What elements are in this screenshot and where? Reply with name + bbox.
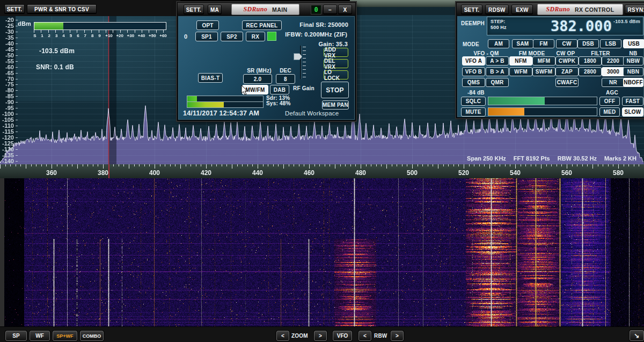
mode-button-usb[interactable]: USB <box>623 39 644 48</box>
mode-button-sam[interactable]: SAM <box>512 39 533 48</box>
main-titlebar[interactable]: SETT. MA SDRuno MAIN 0 – X <box>178 3 355 16</box>
mode-button-cw[interactable]: CW <box>556 39 577 48</box>
section-header-vfo-qm: VFO - QM <box>473 50 499 56</box>
deemph-label: DEEMPH <box>461 20 485 26</box>
corner-arrow-button[interactable]: ↘ <box>630 330 644 341</box>
span-info-line: Span 250 KHzFFT 8192 PtsRBW 30.52 HzMark… <box>467 155 636 162</box>
qms-button[interactable]: QMS <box>462 78 485 87</box>
frequency-display[interactable]: 382.000 <box>544 18 619 34</box>
rx-titlebar[interactable]: SETT. RDSW EXW SDRuno RX CONTROL RSYN1 <box>457 3 644 16</box>
nfm-button[interactable]: NFM <box>509 56 532 66</box>
rf-gain-slider-track[interactable] <box>300 46 301 79</box>
swfm-button[interactable]: SWFM <box>532 67 555 76</box>
exw-button[interactable]: EXW <box>511 5 533 14</box>
combo-view-button[interactable]: COMBO <box>80 331 104 341</box>
main-settings-button[interactable]: SETT. <box>184 5 204 14</box>
rx-button[interactable]: RX <box>246 32 265 41</box>
sp-wf-view-button[interactable]: SP+WF <box>53 331 77 341</box>
agc-slow-button[interactable]: SLOW <box>622 107 643 117</box>
zoom-out-button[interactable]: < <box>276 331 289 341</box>
sr-mhz-field[interactable]: 2.0 <box>243 74 272 84</box>
rsyn1-button[interactable]: RSYN1 <box>625 5 644 14</box>
cwpk-button[interactable]: CWPK <box>555 56 579 66</box>
del-vrx-button[interactable]: DEL VRX <box>324 59 348 68</box>
agc-fast-button[interactable]: FAST <box>622 97 643 106</box>
mode-button-lsb[interactable]: LSB <box>600 39 621 48</box>
sp2-button[interactable]: SP2 <box>221 32 243 41</box>
sdr-load-fill <box>187 96 197 101</box>
nr-button[interactable]: NR <box>602 78 625 87</box>
mfm-button[interactable]: MFM <box>532 56 555 66</box>
3000-button[interactable]: 3000 <box>602 67 625 76</box>
s-meter-tick-3: 3 <box>55 33 57 38</box>
a-b-button[interactable]: A > B <box>486 56 509 66</box>
step-value[interactable]: 500 Hz <box>491 25 507 30</box>
mute-button[interactable]: MUTE <box>461 107 486 117</box>
add-vrx-button[interactable]: ADD VRX <box>324 48 348 57</box>
dab-button[interactable]: DAB <box>270 85 289 94</box>
sqlc-button[interactable]: SQLC <box>461 97 486 106</box>
signal-level-readout: -103.5 dBm <box>613 19 640 24</box>
step-label: STEP: <box>491 19 506 24</box>
dec-field[interactable]: 8 <box>276 74 295 84</box>
volume-slider[interactable] <box>488 107 597 116</box>
mode-button-am[interactable]: AM <box>488 39 509 48</box>
agc-off-button[interactable]: OFF <box>599 97 620 106</box>
rdsw-button[interactable]: RDSW <box>485 5 509 14</box>
nbn-button[interactable]: NBN <box>623 67 643 76</box>
zap-button[interactable]: ZAP <box>555 67 579 76</box>
nbw-button[interactable]: NBW <box>623 56 643 66</box>
b-a-button[interactable]: B > A <box>486 67 509 76</box>
power-readout: -103.5 dBm <box>39 47 75 55</box>
sp1-button[interactable]: SP1 <box>195 32 218 41</box>
workspace-readout: Default Workspace <box>285 110 339 117</box>
freq-label-380: 380 <box>98 169 108 177</box>
mode-button-fm[interactable]: FM <box>533 39 554 48</box>
vfo-a-button[interactable]: VFO A <box>462 56 485 66</box>
2200-button[interactable]: 2200 <box>602 56 625 66</box>
dbm-axis-unit: dBm <box>18 20 31 27</box>
waterfall-display[interactable] <box>0 178 644 326</box>
rec-panel-button[interactable]: REC PANEL <box>242 20 282 30</box>
pwr-snr-to-csv-button[interactable]: PWR & SNR TO CSV <box>27 4 97 14</box>
cwafc-button[interactable]: CWAFC <box>555 78 579 87</box>
mode-button-dsb[interactable]: DSB <box>577 39 599 48</box>
squelch-level-label: -84 dB <box>467 90 485 96</box>
squelch-slider[interactable] <box>488 97 597 105</box>
minimize-button[interactable]: – <box>323 5 337 14</box>
rx-window-title: RX CONTROL <box>575 6 614 13</box>
nboff-button[interactable]: NBOFF <box>623 78 643 87</box>
vfo-b-button[interactable]: VFO B <box>462 67 485 76</box>
s-meter <box>34 22 166 30</box>
stop-button[interactable]: STOP <box>321 82 349 98</box>
frequency-scale[interactable]: 360380400420440460480500520540560580 <box>0 164 644 178</box>
lo-lock-button[interactable]: LO LOCK <box>324 70 348 79</box>
wf-view-button[interactable]: WF <box>30 331 50 341</box>
vfo-button[interactable]: VFO <box>333 331 352 341</box>
waterfall-left-frame <box>0 178 4 326</box>
sys-load-fill <box>187 102 224 107</box>
s-meter-tick-10: +10 <box>105 33 113 38</box>
rbw-decrease-button[interactable]: < <box>358 331 371 341</box>
sp-view-button[interactable]: SP <box>5 331 27 341</box>
main-title-plate: SDRuno MAIN <box>231 4 299 15</box>
s-meter-tick-s: S <box>33 33 36 38</box>
opt-button[interactable]: OPT <box>196 20 219 30</box>
sdruno-screen: SETT. PWR & SNR TO CSV dBm -103.5 dBm SN… <box>0 0 644 342</box>
agc-med-button[interactable]: MED <box>599 107 620 117</box>
zoom-in-button[interactable]: > <box>314 331 327 341</box>
mem-pan-button[interactable]: MEM PAN <box>322 100 349 110</box>
close-button[interactable]: X <box>338 5 352 14</box>
rf-gain-slider-ticks <box>303 47 306 78</box>
qmr-button[interactable]: QMR <box>486 78 509 87</box>
sdruno-logo: SDRuno <box>244 5 268 13</box>
1800-button[interactable]: 1800 <box>579 56 602 66</box>
2800-button[interactable]: 2800 <box>579 67 602 76</box>
main-ma-button[interactable]: MA <box>208 5 222 14</box>
bias-t-button[interactable]: BIAS-T <box>198 73 223 83</box>
wfm-button[interactable]: WFM <box>509 67 532 76</box>
zoom-label: ZOOM <box>291 333 308 339</box>
volume-fill <box>488 108 524 115</box>
rx-settings-button[interactable]: SETT. <box>461 5 482 14</box>
rbw-increase-button[interactable]: > <box>391 331 404 341</box>
